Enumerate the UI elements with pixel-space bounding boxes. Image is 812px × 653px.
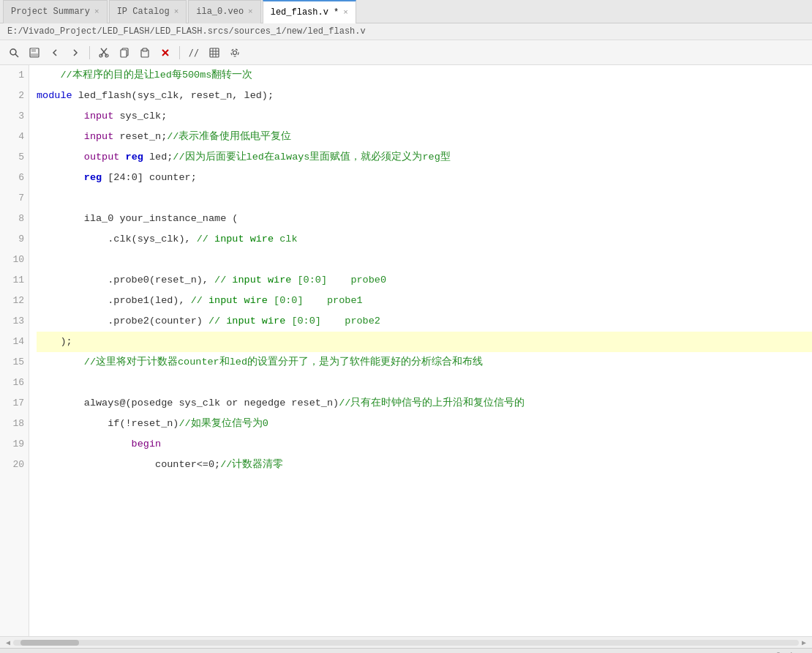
code-line-18: if(!reset_n)//如果复位信号为0: [37, 414, 812, 434]
delete-button[interactable]: [157, 45, 173, 61]
svg-rect-15: [210, 48, 219, 57]
svg-point-21: [231, 49, 238, 56]
svg-rect-12: [143, 48, 147, 51]
paste-icon: [140, 48, 150, 58]
ln-18: 18⊖: [4, 414, 24, 434]
ln-10: 10: [4, 250, 24, 270]
ln-3: 3: [4, 106, 24, 127]
kw-input-4: input: [37, 127, 113, 147]
table-icon: [209, 48, 219, 58]
code-line-3: input sys_clk;: [37, 106, 812, 127]
code-line-1: //本程序的目的是让led每500ms翻转一次: [37, 65, 812, 86]
scrollbar-area[interactable]: ◀ ▶: [0, 636, 812, 648]
code-content-1: //本程序的目的是让led每500ms翻转一次: [37, 65, 252, 86]
copy-icon: [119, 48, 129, 58]
save-button[interactable]: [26, 45, 42, 61]
ln-7: 7: [4, 188, 24, 209]
back-button[interactable]: [47, 45, 63, 61]
code-line-7: [37, 188, 812, 209]
kw-output-5: output: [37, 147, 119, 168]
delete-icon: [160, 48, 170, 58]
ln-6: 6: [4, 168, 24, 188]
code-line-17: always@(posedge sys_clk or negedge reset…: [37, 393, 812, 414]
code-lines[interactable]: //本程序的目的是让led每500ms翻转一次 module led_flash…: [29, 65, 812, 636]
forward-icon: [70, 48, 80, 58]
tab-led-flash[interactable]: led_flash.v * ×: [263, 0, 356, 23]
code-line-12: .probe1(led), // input wire [0:0] probe1: [37, 291, 812, 311]
code-container[interactable]: 1 2⊖ 3 4 5 6 7 8 9 10 11 12 13 14 15 16 …: [0, 65, 812, 636]
kw-module: module: [37, 86, 72, 106]
status-bar: CSDN @ yhww: [0, 648, 812, 653]
comment-button[interactable]: //: [186, 45, 202, 61]
svg-rect-10: [121, 50, 127, 57]
settings-icon: [230, 48, 240, 58]
code-line-2: module led_flash(sys_clk, reset_n, led);: [37, 86, 812, 106]
line-numbers: 1 2⊖ 3 4 5 6 7 8 9 10 11 12 13 14 15 16 …: [0, 65, 29, 636]
ln-20: 20: [4, 455, 24, 475]
scroll-thumb[interactable]: [20, 640, 79, 646]
tab-label: Project Summary: [11, 7, 90, 17]
scroll-left-button[interactable]: ◀: [3, 638, 13, 647]
svg-line-1: [15, 54, 18, 57]
ln-11: 11: [4, 270, 24, 291]
editor-area[interactable]: 1 2⊖ 3 4 5 6 7 8 9 10 11 12 13 14 15 16 …: [0, 65, 812, 636]
settings-button[interactable]: [227, 45, 243, 61]
tab-ip-catalog[interactable]: IP Catalog ×: [109, 0, 187, 23]
tab-ila0-veo[interactable]: ila_0.veo ×: [188, 0, 260, 23]
tab-close-led-flash[interactable]: ×: [343, 8, 348, 17]
comment-label: //: [189, 48, 199, 58]
copy-button[interactable]: [116, 45, 132, 61]
scroll-right-button[interactable]: ▶: [799, 638, 809, 647]
code-line-19: begin: [37, 434, 812, 455]
code-line-10: [37, 250, 812, 270]
code-line-16: [37, 373, 812, 393]
tab-label: ila_0.veo: [196, 7, 244, 17]
ln-19: 19⊖: [4, 434, 24, 455]
ln-13: 13: [4, 311, 24, 332]
ln-14: 14: [4, 332, 24, 352]
back-icon: [50, 48, 60, 58]
cut-icon: [99, 48, 109, 58]
ln-8: 8: [4, 209, 24, 229]
ln-5: 5: [4, 147, 24, 168]
ln-12: 12: [4, 291, 24, 311]
ln-4: 4: [4, 127, 24, 147]
forward-button[interactable]: [67, 45, 83, 61]
tab-label: led_flash.v *: [271, 7, 339, 18]
svg-rect-3: [31, 48, 36, 52]
code-line-11: .probe0(reset_n), // input wire [0:0] pr…: [37, 270, 812, 291]
filepath-text: E:/Vivado_Project/LED_FLASH/LED_FLASH.sr…: [7, 26, 366, 37]
cut-button[interactable]: [96, 45, 112, 61]
scroll-track[interactable]: [13, 640, 799, 646]
svg-point-20: [233, 51, 237, 54]
svg-rect-4: [31, 53, 38, 56]
table-button[interactable]: [206, 45, 222, 61]
ln-2: 2⊖: [4, 86, 24, 106]
code-line-4: input reset_n;//表示准备使用低电平复位: [37, 127, 812, 147]
code-line-6: reg [24:0] counter;: [37, 168, 812, 188]
code-line-9: .clk(sys_clk), // input wire clk: [37, 229, 812, 250]
tab-close-project-summary[interactable]: ×: [94, 7, 99, 16]
tab-label: IP Catalog: [117, 7, 170, 17]
tab-bar: Project Summary × IP Catalog × ila_0.veo…: [0, 0, 812, 23]
code-line-15: //这里将对于计数器counter和led的设置分开了，是为了软件能更好的分析综…: [37, 352, 812, 373]
ln-16: 16: [4, 373, 24, 393]
code-line-13: .probe2(counter) // input wire [0:0] pro…: [37, 311, 812, 332]
code-line-5: output reg led;//因为后面要让led在always里面赋值，就必…: [37, 147, 812, 168]
toolbar: //: [0, 40, 812, 65]
search-button[interactable]: [6, 45, 22, 61]
code-line-14: );: [37, 332, 812, 352]
svg-point-0: [10, 49, 16, 55]
ln-15: 15: [4, 352, 24, 373]
kw-input-3: input: [37, 106, 113, 127]
code-line-20: counter<=0;//计数器清零: [37, 455, 812, 475]
ln-17: 17⊖: [4, 393, 24, 414]
tab-close-ip-catalog[interactable]: ×: [174, 7, 179, 16]
search-icon: [9, 48, 19, 58]
ln-1: 1: [4, 65, 24, 86]
ln-9: 9: [4, 229, 24, 250]
toolbar-sep-2: [179, 46, 180, 59]
tab-close-ila0-veo[interactable]: ×: [248, 7, 253, 16]
tab-project-summary[interactable]: Project Summary ×: [3, 0, 108, 23]
paste-button[interactable]: [137, 45, 153, 61]
